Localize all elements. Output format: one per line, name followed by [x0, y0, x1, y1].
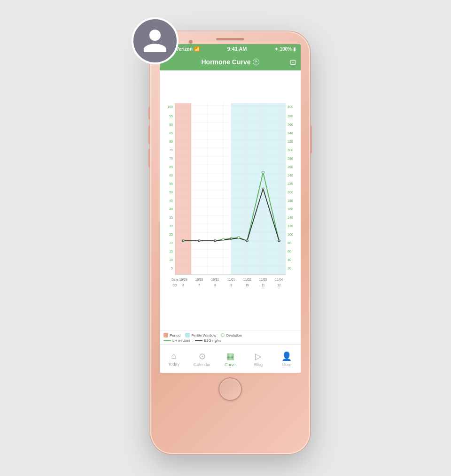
phone-bottom	[218, 373, 242, 406]
more-icon: 👤	[281, 351, 292, 361]
svg-text:20: 20	[288, 267, 291, 270]
nav-today[interactable]: ⌂ Today	[160, 351, 188, 367]
blog-icon: ▷	[255, 351, 262, 361]
svg-text:65: 65	[169, 165, 173, 169]
mute-button	[148, 107, 150, 120]
svg-text:160: 160	[288, 207, 293, 211]
phone-shell: ▌▌▌ Verizon 📶 9:41 AM ✦ 100% ▮ Hormone C…	[150, 31, 310, 454]
svg-text:200: 200	[288, 191, 293, 194]
camera-dot	[189, 40, 193, 44]
period-color-box	[163, 333, 168, 338]
chart-container: 100 95 90 85 80 75 70 65 60 55 50 45 40 …	[160, 70, 301, 373]
svg-point-98	[182, 240, 184, 242]
svg-point-103	[262, 188, 264, 190]
svg-text:180: 180	[288, 199, 293, 202]
svg-text:10/29: 10/29	[179, 278, 187, 281]
e3g-line	[195, 340, 202, 341]
svg-text:10: 10	[169, 258, 173, 261]
svg-text:60: 60	[288, 250, 291, 253]
legend-e3g: E3G ng/ml	[195, 338, 222, 343]
svg-text:380: 380	[288, 115, 293, 118]
ovulation-label: Ovulation	[226, 333, 242, 338]
nav-blog[interactable]: ▷ Blog	[244, 351, 272, 367]
svg-text:45: 45	[169, 199, 173, 202]
svg-text:CD: CD	[172, 284, 177, 287]
legend-fertile: Fertile Window	[185, 333, 216, 338]
legend-lh: LH mIU/ml	[163, 338, 190, 343]
svg-rect-62	[175, 103, 191, 275]
svg-text:40: 40	[288, 258, 291, 261]
svg-text:5: 5	[171, 267, 173, 270]
legend-row-1: Period Fertile Window Ovulation	[163, 333, 297, 338]
fertile-label: Fertile Window	[191, 333, 216, 338]
volume-up-button	[148, 125, 150, 144]
avatar	[132, 17, 179, 64]
home-icon: ⌂	[171, 351, 177, 361]
calendar-label: Calendar	[194, 362, 211, 367]
svg-text:10: 10	[245, 284, 249, 287]
speaker	[216, 38, 244, 40]
chart-svg: 100 95 90 85 80 75 70 65 60 55 50 45 40 …	[160, 73, 301, 330]
power-button	[310, 125, 312, 154]
svg-text:300: 300	[288, 148, 293, 152]
svg-text:80: 80	[288, 241, 291, 245]
e3g-label: E3G ng/ml	[204, 338, 222, 343]
svg-text:25: 25	[169, 233, 173, 236]
svg-text:11/02: 11/02	[243, 278, 251, 281]
svg-point-102	[246, 240, 248, 242]
status-time: 9:41 AM	[227, 46, 247, 52]
svg-text:35: 35	[169, 216, 173, 219]
svg-text:50: 50	[169, 191, 173, 194]
chart-wrapper: 100 95 90 85 80 75 70 65 60 55 50 45 40 …	[160, 70, 301, 330]
battery-label: 100%	[280, 46, 292, 52]
svg-text:10/31: 10/31	[211, 278, 219, 281]
svg-text:260: 260	[288, 165, 293, 169]
today-label: Today	[168, 362, 179, 367]
svg-text:9: 9	[230, 284, 232, 287]
svg-text:140: 140	[288, 216, 293, 219]
period-label: Period	[170, 333, 180, 338]
scene: ▌▌▌ Verizon 📶 9:41 AM ✦ 100% ▮ Hormone C…	[103, 13, 348, 463]
curve-icon: ▦	[226, 351, 234, 361]
help-icon[interactable]: ?	[253, 59, 259, 65]
svg-text:240: 240	[288, 174, 293, 177]
lh-line	[163, 340, 171, 341]
svg-point-101	[230, 238, 232, 240]
svg-point-96	[262, 171, 264, 174]
svg-text:12: 12	[277, 284, 281, 287]
share-icon[interactable]: ⊡	[290, 58, 296, 67]
legend-period: Period	[163, 333, 180, 338]
status-right: ✦ 100% ▮	[274, 46, 296, 52]
app-header: Hormone Curve ? ⊡	[160, 54, 301, 70]
ovulation-circle	[221, 333, 225, 337]
app-title: Hormone Curve ?	[201, 58, 259, 66]
svg-text:400: 400	[288, 105, 293, 108]
svg-rect-63	[231, 103, 286, 275]
svg-text:100: 100	[167, 105, 173, 108]
carrier-label: Verizon	[176, 46, 193, 52]
bottom-nav: ⌂ Today ⊙ Calendar ▦ Curve ▷ Blog	[160, 345, 301, 373]
svg-text:320: 320	[288, 140, 293, 143]
svg-point-100	[214, 240, 216, 242]
svg-text:10/30: 10/30	[195, 278, 203, 281]
svg-text:70: 70	[169, 157, 173, 160]
legend-row-2: LH mIU/ml E3G ng/ml	[163, 338, 297, 343]
home-button[interactable]	[218, 377, 242, 401]
svg-text:220: 220	[288, 182, 293, 185]
lh-label: LH mIU/ml	[172, 338, 190, 343]
bluetooth-icon: ✦	[274, 46, 278, 52]
svg-text:8: 8	[214, 284, 216, 287]
nav-calendar[interactable]: ⊙ Calendar	[188, 351, 216, 367]
svg-point-94	[238, 237, 240, 239]
nav-curve[interactable]: ▦ Curve	[216, 351, 244, 367]
svg-text:280: 280	[288, 157, 293, 160]
svg-text:90: 90	[169, 123, 173, 126]
header-title-text: Hormone Curve	[201, 58, 250, 66]
svg-text:360: 360	[288, 123, 293, 126]
svg-text:60: 60	[169, 174, 173, 177]
svg-text:15: 15	[169, 250, 173, 253]
nav-more[interactable]: 👤 More	[272, 351, 301, 367]
svg-text:40: 40	[169, 207, 173, 211]
svg-text:11/04: 11/04	[275, 278, 283, 281]
svg-text:75: 75	[169, 148, 173, 152]
